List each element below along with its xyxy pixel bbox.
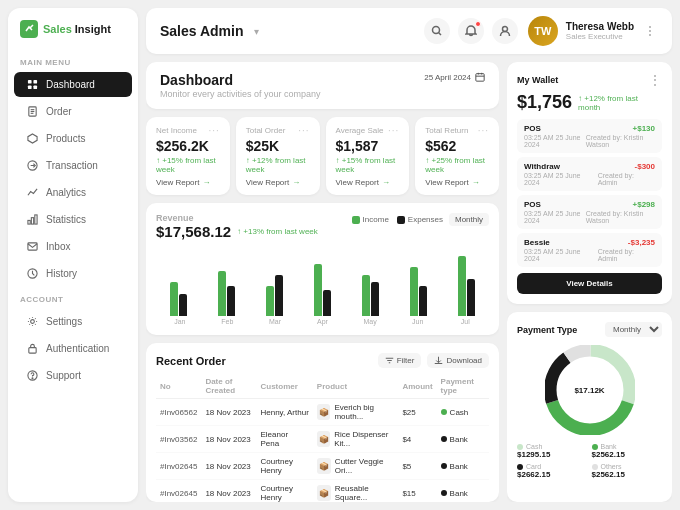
revenue-header: Revenue $17,568.12 ↑ +13% from last week… — [156, 213, 489, 240]
chart-month-label: Jan — [156, 318, 204, 325]
expenses-bar — [323, 290, 331, 316]
svg-line-19 — [438, 33, 441, 36]
product-name: Everich big mouth... — [334, 403, 394, 421]
net-income-label: Net Income — [156, 126, 197, 135]
average-sale-link[interactable]: View Report → — [336, 178, 400, 187]
monthly-selector[interactable]: Monthly — [449, 213, 489, 226]
table-row[interactable]: #Inv02645 18 Nov 2023 Courtney Henry 📦 C… — [156, 453, 489, 480]
total-order-label: Total Order — [246, 126, 286, 135]
chart-bar-group — [348, 275, 393, 316]
expenses-color — [397, 216, 405, 224]
sidebar-item-statistics[interactable]: Statistics — [14, 207, 132, 232]
cell-payment: Bank — [437, 426, 489, 453]
average-sale-label: Average Sale — [336, 126, 384, 135]
net-income-menu[interactable]: ··· — [208, 125, 219, 136]
svg-rect-9 — [28, 220, 30, 224]
total-return-label: Total Return — [425, 126, 468, 135]
txn-label: POS — [524, 124, 541, 133]
chart-month-label: Apr — [299, 318, 347, 325]
statistics-icon — [26, 213, 39, 226]
txn-label: POS — [524, 200, 541, 209]
sidebar-item-analytics[interactable]: Analytics — [14, 180, 132, 205]
payment-type-title: Payment Type — [517, 325, 577, 335]
authentication-icon — [26, 342, 39, 355]
download-button[interactable]: Download — [427, 353, 489, 368]
chart-labels: JanFebMarAprMayJunJul — [156, 318, 489, 325]
filter-button[interactable]: Filter — [378, 353, 422, 368]
total-order-link[interactable]: View Report → — [246, 178, 310, 187]
sidebar-item-transaction[interactable]: Transaction — [14, 153, 132, 178]
total-return-menu[interactable]: ··· — [478, 125, 489, 136]
sidebar-item-dashboard[interactable]: Dashboard — [14, 72, 132, 97]
notification-button[interactable] — [458, 18, 484, 44]
donut-center-text: $17.12K — [574, 386, 604, 395]
cell-amount: $5 — [398, 453, 436, 480]
sidebar-item-settings[interactable]: Settings — [14, 309, 132, 334]
payment-type: Bank — [450, 462, 468, 471]
expenses-bar — [275, 275, 283, 316]
income-bar — [458, 256, 466, 316]
content-area: Dashboard Monitor every activities of yo… — [146, 62, 672, 502]
sidebar-item-authentication[interactable]: Authentication — [14, 336, 132, 361]
txn-creator: Created by: Admin — [598, 172, 655, 186]
cell-product: 📦 Rice Dispenser Kit... — [313, 426, 399, 453]
sidebar-item-history[interactable]: History — [14, 261, 132, 286]
logo-icon — [20, 20, 38, 38]
products-icon — [26, 132, 39, 145]
net-income-link[interactable]: View Report → — [156, 178, 220, 187]
payment-item-label: Bank — [592, 443, 663, 450]
svg-point-20 — [502, 27, 507, 32]
sidebar-item-authentication-label: Authentication — [46, 343, 109, 354]
sidebar-item-inbox[interactable]: Inbox — [14, 234, 132, 259]
table-row[interactable]: #Inv03562 18 Nov 2023 Eleanor Pena 📦 Ric… — [156, 426, 489, 453]
payment-period-select[interactable]: Monthly Weekly — [605, 322, 662, 337]
product-thumb: 📦 — [317, 485, 331, 501]
cell-payment: Cash — [437, 399, 489, 426]
chart-month-label: May — [346, 318, 394, 325]
payment-item-amount: $2662.15 — [517, 470, 588, 479]
sidebar: Sales Insight MAIN MENU Dashboard Order … — [8, 8, 138, 502]
revenue-legend: Income Expenses — [352, 215, 443, 224]
col-product: Product — [313, 374, 399, 399]
orders-header: Recent Order Filter Download — [156, 353, 489, 368]
product-name: Cutter Veggie Ori... — [335, 457, 395, 475]
payment-card: Payment Type Monthly Weekly — [507, 312, 672, 502]
total-order-menu[interactable]: ··· — [298, 125, 309, 136]
col-amount: Amount — [398, 374, 436, 399]
chart-bar-group — [156, 282, 201, 316]
col-customer: Customer — [256, 374, 312, 399]
svg-rect-11 — [35, 215, 37, 224]
sidebar-item-products[interactable]: Products — [14, 126, 132, 151]
total-return-value: $562 — [425, 138, 489, 154]
sidebar-item-order[interactable]: Order — [14, 99, 132, 124]
avatar-area: TW Theresa Webb Sales Executive — [528, 16, 658, 46]
profile-button[interactable] — [492, 18, 518, 44]
cell-product: 📦 Reusable Square... — [313, 480, 399, 503]
sidebar-item-support[interactable]: Support — [14, 363, 132, 388]
stats-row: Net Income··· $256.2K ↑ +15% from last w… — [146, 117, 499, 195]
cell-customer: Courtney Henry — [256, 453, 312, 480]
payment-color — [592, 464, 598, 470]
payment-breakdown: Cash $1295.15 Bank $2562.15 Card $2662.1… — [517, 443, 662, 479]
payment-dot — [441, 463, 447, 469]
table-row[interactable]: #Inv02645 18 Nov 2023 Courtney Henry 📦 R… — [156, 480, 489, 503]
revenue-title: Revenue — [156, 213, 318, 223]
payment-dot — [441, 436, 447, 442]
chart-month-label: Feb — [204, 318, 252, 325]
wallet-menu-button[interactable]: ⋮ — [648, 72, 662, 88]
view-details-button[interactable]: View Details — [517, 273, 662, 294]
payment-color — [517, 464, 523, 470]
cell-customer: Courtney Henry — [256, 480, 312, 503]
average-sale-menu[interactable]: ··· — [388, 125, 399, 136]
expenses-bar — [371, 282, 379, 316]
cell-product: 📦 Cutter Veggie Ori... — [313, 453, 399, 480]
total-return-link[interactable]: View Report → — [425, 178, 489, 187]
search-button[interactable] — [424, 18, 450, 44]
svg-rect-1 — [33, 80, 37, 84]
average-sale-change: ↑ +15% from last week — [336, 156, 400, 174]
table-row[interactable]: #Inv06562 18 Nov 2023 Henny, Arthur 📦 Ev… — [156, 399, 489, 426]
average-sale-value: $1,587 — [336, 138, 400, 154]
income-bar — [362, 275, 370, 316]
txn-label: Bessie — [524, 238, 550, 247]
more-options-button[interactable] — [642, 23, 658, 39]
